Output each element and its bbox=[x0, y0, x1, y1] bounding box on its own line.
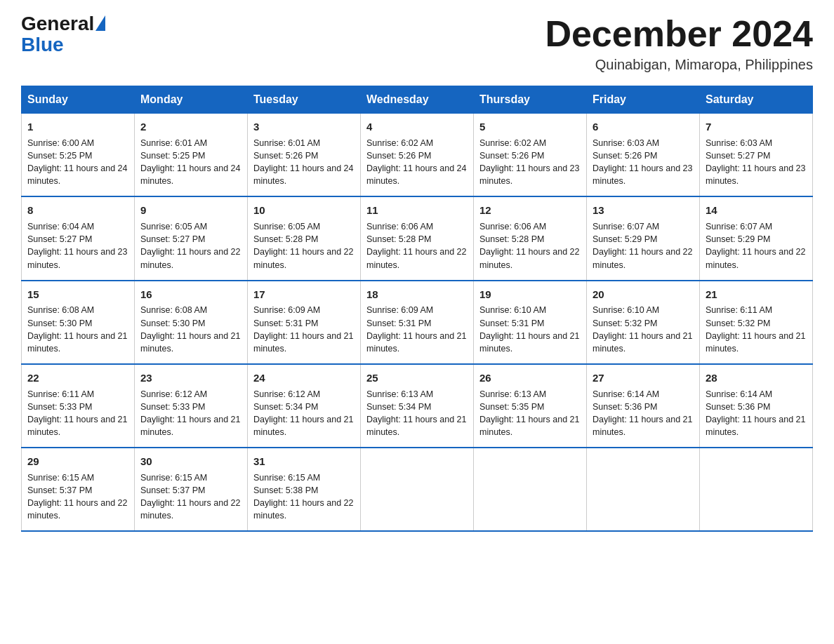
calendar-day-cell: 18Sunrise: 6:09 AMSunset: 5:31 PMDayligh… bbox=[361, 281, 474, 364]
calendar-day-cell: 12Sunrise: 6:06 AMSunset: 5:28 PMDayligh… bbox=[474, 196, 587, 280]
calendar-day-cell: 31Sunrise: 6:15 AMSunset: 5:38 PMDayligh… bbox=[248, 448, 361, 531]
day-number: 30 bbox=[140, 454, 241, 469]
day-number: 28 bbox=[706, 370, 807, 386]
logo-blue-text: Blue bbox=[21, 34, 64, 56]
calendar-day-cell bbox=[700, 448, 813, 531]
calendar-day-cell: 1Sunrise: 6:00 AMSunset: 5:25 PMDaylight… bbox=[22, 114, 135, 197]
calendar-day-cell: 21Sunrise: 6:11 AMSunset: 5:32 PMDayligh… bbox=[700, 281, 813, 364]
calendar-day-cell bbox=[474, 448, 587, 531]
calendar-day-cell: 6Sunrise: 6:03 AMSunset: 5:26 PMDaylight… bbox=[587, 114, 700, 197]
calendar-day-cell: 22Sunrise: 6:11 AMSunset: 5:33 PMDayligh… bbox=[22, 364, 135, 448]
day-number: 8 bbox=[27, 203, 128, 218]
calendar-day-cell: 2Sunrise: 6:01 AMSunset: 5:25 PMDaylight… bbox=[135, 114, 248, 197]
day-number: 25 bbox=[366, 370, 468, 386]
calendar-day-cell: 14Sunrise: 6:07 AMSunset: 5:29 PMDayligh… bbox=[700, 196, 813, 280]
header-saturday: Saturday bbox=[700, 86, 813, 114]
day-number: 24 bbox=[253, 370, 355, 386]
calendar-day-cell: 10Sunrise: 6:05 AMSunset: 5:28 PMDayligh… bbox=[248, 196, 361, 280]
calendar-day-cell: 8Sunrise: 6:04 AMSunset: 5:27 PMDaylight… bbox=[22, 196, 135, 280]
calendar-header-row: Sunday Monday Tuesday Wednesday Thursday… bbox=[22, 86, 813, 114]
day-number: 15 bbox=[27, 287, 128, 302]
day-number: 14 bbox=[706, 203, 807, 218]
day-number: 27 bbox=[593, 370, 694, 386]
calendar-week-row: 8Sunrise: 6:04 AMSunset: 5:27 PMDaylight… bbox=[22, 196, 813, 280]
page-header: General Blue December 2024 Quinabigan, M… bbox=[21, 14, 813, 73]
day-number: 3 bbox=[253, 119, 355, 135]
logo-general-text: General bbox=[21, 14, 94, 34]
calendar-day-cell: 9Sunrise: 6:05 AMSunset: 5:27 PMDaylight… bbox=[135, 196, 248, 280]
day-number: 22 bbox=[27, 370, 128, 386]
day-number: 16 bbox=[140, 287, 241, 302]
day-number: 6 bbox=[593, 119, 694, 135]
calendar-day-cell: 4Sunrise: 6:02 AMSunset: 5:26 PMDaylight… bbox=[361, 114, 474, 197]
day-number: 26 bbox=[479, 370, 581, 386]
calendar-day-cell bbox=[587, 448, 700, 531]
calendar-day-cell: 26Sunrise: 6:13 AMSunset: 5:35 PMDayligh… bbox=[474, 364, 587, 448]
calendar-day-cell: 28Sunrise: 6:14 AMSunset: 5:36 PMDayligh… bbox=[700, 364, 813, 448]
day-number: 31 bbox=[253, 454, 355, 469]
calendar-day-cell: 13Sunrise: 6:07 AMSunset: 5:29 PMDayligh… bbox=[587, 196, 700, 280]
day-number: 9 bbox=[140, 203, 241, 218]
calendar-day-cell: 15Sunrise: 6:08 AMSunset: 5:30 PMDayligh… bbox=[22, 281, 135, 364]
day-number: 19 bbox=[479, 287, 581, 302]
calendar-day-cell: 11Sunrise: 6:06 AMSunset: 5:28 PMDayligh… bbox=[361, 196, 474, 280]
calendar-day-cell: 5Sunrise: 6:02 AMSunset: 5:26 PMDaylight… bbox=[474, 114, 587, 197]
calendar-day-cell: 19Sunrise: 6:10 AMSunset: 5:31 PMDayligh… bbox=[474, 281, 587, 364]
calendar-week-row: 22Sunrise: 6:11 AMSunset: 5:33 PMDayligh… bbox=[22, 364, 813, 448]
header-thursday: Thursday bbox=[474, 86, 587, 114]
day-number: 2 bbox=[140, 119, 241, 135]
day-number: 20 bbox=[593, 287, 694, 302]
calendar-day-cell: 3Sunrise: 6:01 AMSunset: 5:26 PMDaylight… bbox=[248, 114, 361, 197]
header-friday: Friday bbox=[587, 86, 700, 114]
calendar-day-cell: 7Sunrise: 6:03 AMSunset: 5:27 PMDaylight… bbox=[700, 114, 813, 197]
calendar-day-cell: 27Sunrise: 6:14 AMSunset: 5:36 PMDayligh… bbox=[587, 364, 700, 448]
header-sunday: Sunday bbox=[22, 86, 135, 114]
calendar-day-cell: 16Sunrise: 6:08 AMSunset: 5:30 PMDayligh… bbox=[135, 281, 248, 364]
month-year-title: December 2024 bbox=[545, 14, 813, 54]
day-number: 4 bbox=[366, 119, 468, 135]
calendar-day-cell: 25Sunrise: 6:13 AMSunset: 5:34 PMDayligh… bbox=[361, 364, 474, 448]
day-number: 21 bbox=[706, 287, 807, 302]
day-number: 13 bbox=[593, 203, 694, 218]
day-number: 1 bbox=[27, 119, 128, 135]
calendar-week-row: 29Sunrise: 6:15 AMSunset: 5:37 PMDayligh… bbox=[22, 448, 813, 531]
calendar-day-cell: 23Sunrise: 6:12 AMSunset: 5:33 PMDayligh… bbox=[135, 364, 248, 448]
header-tuesday: Tuesday bbox=[248, 86, 361, 114]
calendar-day-cell: 30Sunrise: 6:15 AMSunset: 5:37 PMDayligh… bbox=[135, 448, 248, 531]
location-subtitle: Quinabigan, Mimaropa, Philippines bbox=[545, 57, 813, 73]
day-number: 10 bbox=[253, 203, 355, 218]
header-wednesday: Wednesday bbox=[361, 86, 474, 114]
day-number: 29 bbox=[27, 454, 128, 469]
logo: General Blue bbox=[21, 14, 105, 56]
calendar-day-cell: 29Sunrise: 6:15 AMSunset: 5:37 PMDayligh… bbox=[22, 448, 135, 531]
day-number: 23 bbox=[140, 370, 241, 386]
calendar-week-row: 15Sunrise: 6:08 AMSunset: 5:30 PMDayligh… bbox=[22, 281, 813, 364]
logo-triangle-icon bbox=[95, 15, 105, 31]
day-number: 5 bbox=[479, 119, 581, 135]
calendar-day-cell: 20Sunrise: 6:10 AMSunset: 5:32 PMDayligh… bbox=[587, 281, 700, 364]
title-block: December 2024 Quinabigan, Mimaropa, Phil… bbox=[545, 14, 813, 73]
calendar-day-cell: 17Sunrise: 6:09 AMSunset: 5:31 PMDayligh… bbox=[248, 281, 361, 364]
calendar-week-row: 1Sunrise: 6:00 AMSunset: 5:25 PMDaylight… bbox=[22, 114, 813, 197]
calendar-day-cell bbox=[361, 448, 474, 531]
day-number: 7 bbox=[706, 119, 807, 135]
calendar-day-cell: 24Sunrise: 6:12 AMSunset: 5:34 PMDayligh… bbox=[248, 364, 361, 448]
day-number: 11 bbox=[366, 203, 468, 218]
day-number: 18 bbox=[366, 287, 468, 302]
header-monday: Monday bbox=[135, 86, 248, 114]
day-number: 17 bbox=[253, 287, 355, 302]
calendar-table: Sunday Monday Tuesday Wednesday Thursday… bbox=[21, 86, 813, 532]
day-number: 12 bbox=[479, 203, 581, 218]
